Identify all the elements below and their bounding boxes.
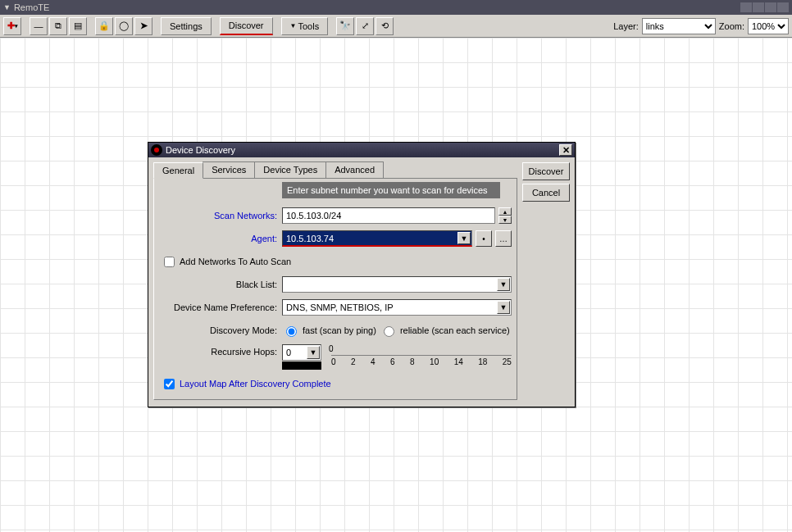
tab-advanced[interactable]: Advanced: [325, 161, 384, 178]
copy-button[interactable]: ⧉: [49, 17, 67, 35]
window-title: RemoTE: [14, 2, 49, 12]
find-button[interactable]: 🔭: [336, 17, 354, 35]
agent-more-button[interactable]: …: [495, 230, 512, 247]
window-button-3[interactable]: [765, 2, 776, 12]
lasso-button[interactable]: ◯: [115, 17, 133, 35]
settings-button[interactable]: Settings: [161, 17, 212, 35]
dialog-tabs: General Services Device Types Advanced: [153, 161, 517, 179]
tab-general[interactable]: General: [153, 162, 203, 179]
layer-label: Layer:: [613, 21, 639, 31]
discovery-mode-label: Discovery Mode:: [159, 325, 282, 335]
discover-button[interactable]: Discover: [220, 17, 273, 35]
device-name-pref-label: Device Name Preference:: [159, 302, 282, 312]
chevron-down-icon[interactable]: ▼: [497, 301, 510, 314]
chevron-down-icon[interactable]: ▼: [307, 346, 320, 359]
window-button-4[interactable]: [777, 2, 789, 12]
titlebar-menu-icon[interactable]: ▼: [3, 3, 11, 11]
scan-networks-spinner[interactable]: ▲▼: [498, 207, 512, 224]
agent-label: Agent:: [159, 234, 282, 243]
add-button[interactable]: ✚▾: [3, 17, 21, 35]
window-button-1[interactable]: [740, 2, 752, 12]
delete-button[interactable]: —: [30, 17, 48, 35]
pointer-button[interactable]: ➤: [134, 17, 152, 35]
scan-networks-label: Scan Networks:: [159, 211, 282, 221]
layer-select[interactable]: links: [642, 18, 716, 34]
arrange-button[interactable]: ⟲: [376, 17, 394, 35]
hint-text: Enter subnet number you want to scan for…: [282, 182, 500, 198]
dialog-title-text: Device Discovery: [166, 145, 235, 155]
tab-services[interactable]: Services: [203, 161, 255, 178]
black-list-select[interactable]: ▼: [282, 276, 512, 293]
recursive-hops-label: Recursive Hops:: [159, 344, 282, 357]
add-networks-checkbox[interactable]: Add Networks To Auto Scan: [164, 257, 291, 267]
device-discovery-dialog: Device Discovery ✕ General Services Devi…: [148, 142, 576, 407]
tools-button[interactable]: ▼Tools: [281, 17, 329, 35]
agent-pick-button[interactable]: •: [476, 230, 492, 247]
agent-select[interactable]: 10.5.103.74 ▼: [282, 230, 472, 247]
zoom-label: Zoom:: [719, 21, 744, 31]
recursive-hops-select[interactable]: 0 ▼: [282, 344, 321, 361]
recursive-hops-slider[interactable]: 0 0 2 4 6 8 10 14 18 25: [331, 344, 512, 368]
dialog-cancel-button[interactable]: Cancel: [522, 184, 570, 202]
window-button-2[interactable]: [753, 2, 764, 12]
dialog-discover-button[interactable]: Discover: [522, 162, 570, 180]
close-icon[interactable]: ✕: [559, 144, 572, 156]
black-list-label: Black List:: [159, 280, 282, 289]
main-toolbar: ✚▾ — ⧉ ▤ 🔒 ◯ ➤ Settings Discover ▼Tools …: [0, 15, 792, 38]
discovery-mode-reliable-radio[interactable]: reliable (scan each service): [380, 324, 510, 337]
fit-button[interactable]: ⤢: [356, 17, 374, 35]
discovery-mode-fast-radio[interactable]: fast (scan by ping): [282, 324, 376, 337]
zoom-select[interactable]: 100%: [748, 18, 789, 34]
tab-panel-general: Enter subnet number you want to scan for…: [153, 178, 517, 400]
scan-networks-input[interactable]: [282, 207, 495, 224]
hops-blackbar: [282, 361, 321, 370]
paste-button[interactable]: ▤: [69, 17, 87, 35]
dialog-icon: [151, 144, 162, 156]
layout-after-checkbox[interactable]: Layout Map After Discovery Complete: [164, 379, 331, 389]
window-titlebar: ▼ RemoTE: [0, 0, 792, 15]
dialog-titlebar[interactable]: Device Discovery ✕: [148, 143, 575, 157]
tab-device-types[interactable]: Device Types: [254, 161, 326, 178]
chevron-down-icon[interactable]: ▼: [457, 232, 471, 244]
device-name-pref-select[interactable]: DNS, SNMP, NETBIOS, IP ▼: [282, 299, 512, 316]
chevron-down-icon[interactable]: ▼: [497, 278, 510, 291]
lock-button[interactable]: 🔒: [95, 17, 113, 35]
